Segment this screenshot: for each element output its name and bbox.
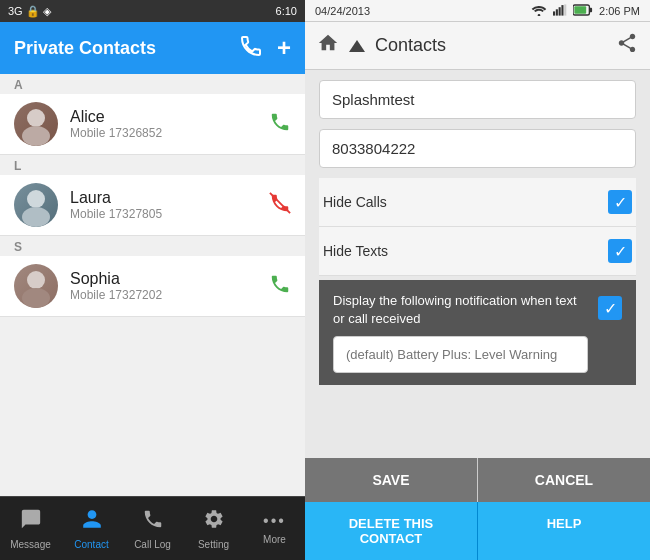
svg-rect-14	[589, 7, 592, 12]
notification-section: Display the following notification when …	[319, 280, 636, 385]
hide-calls-row: Hide Calls ✓	[319, 178, 636, 227]
add-contact-icon[interactable]: +	[277, 34, 291, 62]
save-button[interactable]: SAVE	[305, 458, 478, 502]
hide-texts-row: Hide Texts ✓	[319, 227, 636, 276]
home-icon[interactable]	[317, 32, 339, 59]
contact-info-laura: Laura Mobile 17327805	[70, 189, 261, 221]
hide-texts-checkbox[interactable]: ✓	[608, 239, 632, 263]
more-icon: •••	[263, 512, 286, 530]
nav-label-more: More	[263, 534, 286, 545]
contact-name-sophia: Sophia	[70, 270, 261, 288]
svg-point-7	[538, 14, 541, 16]
right-status-date: 04/24/2013	[315, 5, 370, 17]
svg-rect-8	[553, 11, 555, 15]
svg-rect-9	[556, 9, 558, 15]
battery-icon	[573, 4, 593, 18]
action-row: SAVE CANCEL	[305, 458, 650, 502]
svg-point-1	[22, 126, 50, 146]
contact-info-sophia: Sophia Mobile 17327202	[70, 270, 261, 302]
nav-item-calllog[interactable]: Call Log	[122, 500, 183, 558]
right-header-title: Contacts	[375, 35, 446, 56]
section-label-s: S	[0, 236, 305, 256]
svg-rect-15	[574, 6, 586, 13]
form-section: Hide Calls ✓ Hide Texts ✓ Display the fo…	[305, 70, 650, 454]
hide-calls-label: Hide Calls	[323, 194, 387, 210]
help-button[interactable]: HELP	[478, 502, 650, 560]
notification-inner: Display the following notification when …	[333, 292, 588, 373]
left-status-right: 6:10	[276, 5, 297, 17]
left-header-icons: +	[239, 34, 291, 63]
svg-rect-11	[561, 5, 563, 16]
section-label-l: L	[0, 155, 305, 175]
delete-contact-button[interactable]: DELETE THIS CONTACT	[305, 502, 478, 560]
calllog-icon	[142, 508, 164, 535]
call-icon-laura[interactable]	[269, 192, 291, 219]
nav-label-contact: Contact	[74, 539, 108, 550]
avatar-sophia	[14, 264, 58, 308]
bottom-nav: Message Contact Call Log Setting ••• Mor…	[0, 496, 305, 560]
right-status-time: 2:06 PM	[599, 5, 640, 17]
right-header-left: Contacts	[317, 32, 446, 59]
avatar-alice	[14, 102, 58, 146]
contact-number-laura: Mobile 17327805	[70, 207, 261, 221]
contact-name-alice: Alice	[70, 108, 261, 126]
bottom-action-row: DELETE THIS CONTACT HELP	[305, 502, 650, 560]
contact-number-sophia: Mobile 17327202	[70, 288, 261, 302]
share-icon[interactable]	[616, 32, 638, 59]
refresh-icon[interactable]	[239, 34, 263, 63]
dropdown-indicator	[349, 40, 365, 52]
nav-item-more[interactable]: ••• More	[244, 504, 305, 553]
phone-input[interactable]	[319, 129, 636, 168]
left-status-bar: 3G 🔒 ◈ 6:10	[0, 0, 305, 22]
nav-label-setting: Setting	[198, 539, 229, 550]
wifi-icon	[531, 4, 547, 18]
svg-rect-12	[564, 4, 566, 15]
contacts-list: A Alice Mobile 17326852 L Laura Mobile 1…	[0, 74, 305, 496]
contact-icon	[81, 508, 103, 535]
svg-point-3	[22, 207, 50, 227]
nav-label-message: Message	[10, 539, 51, 550]
right-header: Contacts	[305, 22, 650, 70]
nav-item-setting[interactable]: Setting	[183, 500, 244, 558]
right-panel: 04/24/2013 2:06 PM Contacts	[305, 0, 650, 560]
contact-item-laura[interactable]: Laura Mobile 17327805	[0, 175, 305, 236]
contact-name-laura: Laura	[70, 189, 261, 207]
nav-label-calllog: Call Log	[134, 539, 171, 550]
svg-point-5	[27, 271, 45, 289]
contact-item-sophia[interactable]: Sophia Mobile 17327202	[0, 256, 305, 317]
nav-item-contact[interactable]: Contact	[61, 500, 122, 558]
svg-line-4	[270, 192, 290, 212]
svg-point-0	[27, 109, 45, 127]
name-input[interactable]	[319, 80, 636, 119]
hide-texts-label: Hide Texts	[323, 243, 388, 259]
nav-item-message[interactable]: Message	[0, 500, 61, 558]
svg-point-6	[22, 288, 50, 308]
svg-rect-10	[559, 7, 561, 15]
signal-icon	[553, 4, 567, 18]
cancel-button[interactable]: CANCEL	[478, 458, 650, 502]
call-icon-alice[interactable]	[269, 111, 291, 138]
right-status-bar: 04/24/2013 2:06 PM	[305, 0, 650, 22]
left-header-title: Private Contacts	[14, 38, 156, 59]
section-label-a: A	[0, 74, 305, 94]
avatar-laura	[14, 183, 58, 227]
notification-checkbox[interactable]: ✓	[598, 296, 622, 320]
left-status-left: 3G 🔒 ◈	[8, 5, 51, 18]
left-header: Private Contacts +	[0, 22, 305, 74]
contact-info-alice: Alice Mobile 17326852	[70, 108, 261, 140]
svg-point-2	[27, 190, 45, 208]
notification-label: Display the following notification when …	[333, 292, 588, 328]
call-icon-sophia[interactable]	[269, 273, 291, 300]
notification-input[interactable]	[333, 336, 588, 373]
setting-icon	[203, 508, 225, 535]
left-panel: 3G 🔒 ◈ 6:10 Private Contacts + A Alice M…	[0, 0, 305, 560]
contact-number-alice: Mobile 17326852	[70, 126, 261, 140]
message-icon	[20, 508, 42, 535]
hide-calls-checkbox[interactable]: ✓	[608, 190, 632, 214]
contact-item-alice[interactable]: Alice Mobile 17326852	[0, 94, 305, 155]
